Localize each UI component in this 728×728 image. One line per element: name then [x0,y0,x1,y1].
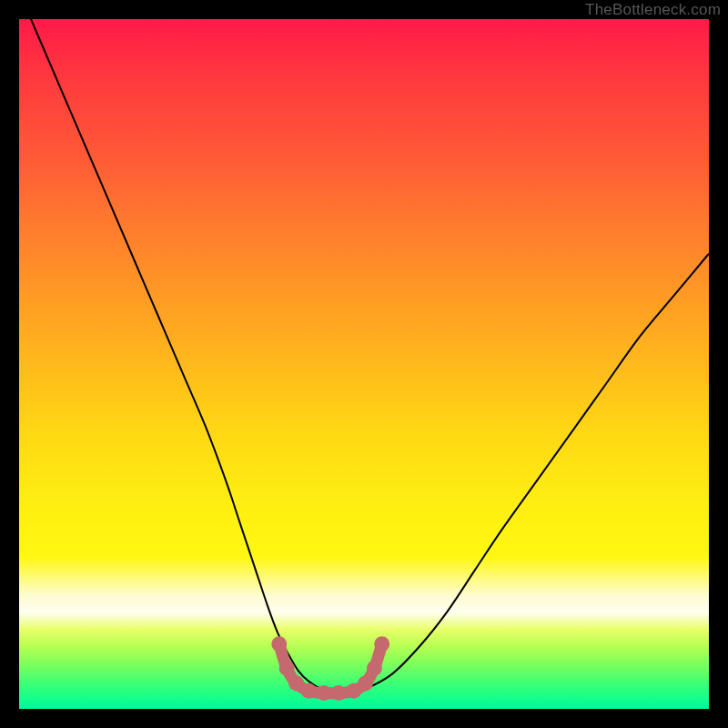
optimal-marker [301,683,317,699]
optimal-marker [367,661,382,676]
bottleneck-curve [19,19,709,693]
attribution-watermark: TheBottleneck.com [585,1,721,19]
optimal-marker [317,685,332,701]
optimal-marker [279,661,295,676]
optimal-marker [271,636,287,652]
optimal-marker [330,685,346,701]
plot-area [19,19,709,709]
optimal-marker [374,636,389,652]
bottleneck-curve-svg [19,19,709,709]
optimal-marker [358,675,373,691]
chart-frame: TheBottleneck.com [0,0,728,728]
